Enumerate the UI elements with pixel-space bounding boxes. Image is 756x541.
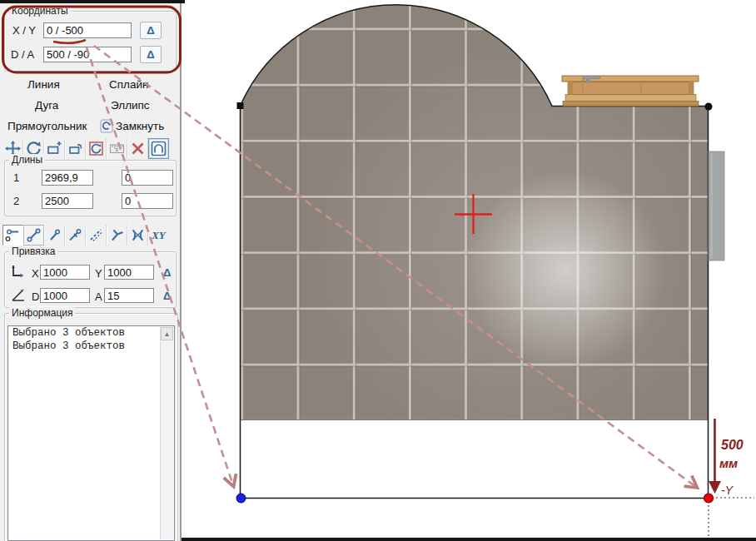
length-row2-value2[interactable] <box>122 193 173 209</box>
duplicate-icon[interactable] <box>65 138 86 159</box>
snap-segment-icon[interactable] <box>23 225 44 246</box>
sidebar: Координаты X / Y Δ D / A Δ Линия Сплайн … <box>0 0 182 541</box>
top-edge-strip <box>0 0 185 3</box>
da-label: D / A <box>11 48 34 61</box>
info-line: Выбрано 3 объектов <box>8 326 174 340</box>
copy-plus-icon[interactable] <box>44 138 65 159</box>
xy-label: X / Y <box>12 24 36 37</box>
tool-ellipse[interactable]: Эллипс <box>111 99 150 112</box>
length-row2-index: 2 <box>13 195 19 207</box>
info-scrollbar[interactable]: ▲ <box>160 327 173 539</box>
snap-endpoint-icon[interactable] <box>2 225 23 246</box>
snap-y-label: Y <box>95 267 102 280</box>
snap-group-title: Привязка <box>9 246 57 257</box>
snap-da-delta-button[interactable]: Δ <box>163 290 171 302</box>
snap-d-input[interactable] <box>40 288 90 303</box>
scrollbar-up-icon[interactable]: ▲ <box>161 327 173 340</box>
lengths-group-title: Длины <box>9 154 45 166</box>
tool-arc[interactable]: Дуга <box>35 99 58 112</box>
tool-rectangle[interactable]: Прямоугольник <box>7 120 87 132</box>
length-row1-value2[interactable] <box>122 170 173 186</box>
application-window: Координаты X / Y Δ D / A Δ Линия Сплайн … <box>0 0 756 541</box>
snap-y-input[interactable] <box>104 265 154 280</box>
snap-toolbar: XY <box>2 225 169 246</box>
info-group-title: Информация <box>9 307 75 319</box>
length-row1-value[interactable] <box>42 170 93 186</box>
snap-intersection-icon[interactable] <box>107 225 127 246</box>
xy-delta-button[interactable]: Δ <box>140 22 162 39</box>
tool-spline[interactable]: Сплайн <box>109 78 148 91</box>
rotate-selection-icon[interactable] <box>86 138 107 159</box>
grid-snap-icon <box>10 263 27 283</box>
tool-close[interactable]: Замкнуть <box>116 120 164 132</box>
endpoint-red[interactable] <box>704 494 714 503</box>
snap-xy-icon[interactable]: XY <box>148 225 169 246</box>
snap-xy-delta-button[interactable]: Δ <box>163 266 171 279</box>
snap-extension-icon[interactable] <box>127 225 148 246</box>
snap-node-icon[interactable] <box>44 225 65 246</box>
length-row2-value[interactable] <box>42 193 93 209</box>
length-row1-index: 1 <box>13 171 19 184</box>
close-contour-icon <box>100 119 114 136</box>
coordinates-group-title: Координаты <box>9 5 71 17</box>
snap-x-input[interactable] <box>40 265 90 280</box>
snap-x-label: X <box>32 267 39 280</box>
endpoint-blue[interactable] <box>236 494 246 503</box>
da-delta-button[interactable]: Δ <box>140 46 162 63</box>
angle-snap-icon <box>10 286 27 306</box>
info-textarea[interactable]: Выбрано 3 объектов Выбрано 3 объектов ▲ <box>7 325 175 541</box>
tool-line[interactable]: Линия <box>27 78 60 91</box>
measure-icon[interactable]: 3 <box>107 138 127 159</box>
xy-input[interactable] <box>43 22 132 38</box>
delete-icon[interactable] <box>127 138 148 159</box>
snap-perpendicular-icon[interactable] <box>65 225 86 246</box>
wooden-countertop[interactable] <box>562 76 699 107</box>
snap-parallel-icon[interactable] <box>86 225 107 246</box>
vertex-handle-right[interactable] <box>705 103 713 111</box>
radiator-panel[interactable] <box>709 151 724 261</box>
da-input[interactable] <box>43 47 132 62</box>
contour-select-icon[interactable] <box>148 138 169 159</box>
info-line: Выбрано 3 объектов <box>8 340 174 353</box>
vertex-handle-left[interactable] <box>237 102 244 109</box>
snap-a-label: A <box>95 290 102 303</box>
snap-a-input[interactable] <box>104 288 154 303</box>
snap-d-label: D <box>32 290 39 303</box>
bottom-edge-strip <box>182 538 756 541</box>
